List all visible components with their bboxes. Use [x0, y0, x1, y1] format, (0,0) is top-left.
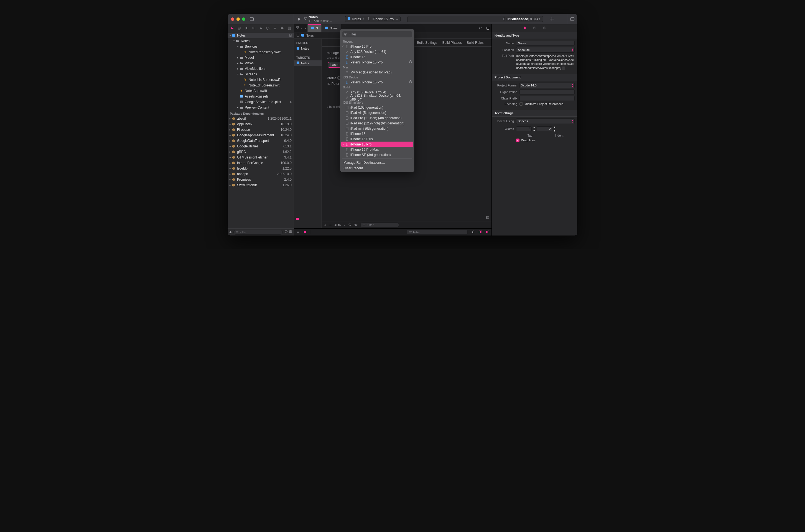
disclosure-icon[interactable]: ▸	[229, 173, 231, 175]
destination-option[interactable]: ✓ iPhone 15 Pro	[340, 44, 414, 49]
remove-target-button[interactable]: −	[329, 223, 332, 227]
tree-item[interactable]: NotesApp.swift	[228, 88, 294, 94]
run-button[interactable]	[296, 16, 302, 22]
stepper-icon[interactable]: ▴▾	[533, 125, 535, 132]
wrap-checkbox[interactable]: ✓	[516, 138, 520, 142]
tree-item[interactable]: GoogleService-Info .plistA	[228, 99, 294, 105]
disclosure-icon[interactable]: ▾	[237, 45, 239, 48]
tree-item[interactable]: NotesRepository.swift	[228, 49, 294, 55]
manage-destinations[interactable]: Manage Run Destinations…	[340, 160, 414, 166]
tab-build-settings[interactable]: Build Settings	[417, 41, 437, 44]
eye-icon[interactable]	[354, 223, 358, 227]
library-button[interactable]	[549, 16, 555, 22]
tree-item[interactable]: ▸ Views	[228, 60, 294, 66]
destination-option[interactable]: iPhone 15	[340, 131, 414, 136]
dependency-item[interactable]: ▸ leveldb 1.22.5	[228, 166, 294, 171]
disclosure-icon[interactable]: ▸	[229, 156, 231, 159]
sidebar-target-item[interactable]: Notes	[294, 60, 321, 66]
disclosure-icon[interactable]: ▸	[229, 145, 231, 148]
disclosure-icon[interactable]: ▸	[229, 167, 231, 170]
dependency-item[interactable]: ▸ abseil 1.2024011601.1	[228, 116, 294, 121]
editor-options-icon[interactable]	[484, 24, 491, 32]
encoding-checkbox[interactable]	[520, 102, 523, 106]
popup-filter[interactable]: Filter	[342, 31, 412, 37]
destination-option[interactable]: iPad Pro (12.9-inch) (6th generation)	[340, 120, 414, 126]
disclosure-icon[interactable]: ▸	[229, 139, 231, 142]
dependency-item[interactable]: ▸ gRPC 1.62.2	[228, 149, 294, 155]
minimap-icon[interactable]	[296, 34, 300, 37]
dependency-item[interactable]: ▸ Firebase 10.24.0	[228, 127, 294, 132]
tag-icon[interactable]	[348, 223, 352, 227]
editor-tab-2[interactable]: Notes	[321, 24, 341, 32]
tree-item[interactable]: ▸ Model	[228, 55, 294, 60]
breakpoint-toggle-icon[interactable]	[303, 230, 307, 234]
disclosure-icon[interactable]: ▾	[232, 40, 235, 42]
destination-option[interactable]: iPad Pro (11-inch) (4th generation)	[340, 115, 414, 120]
disclosure-icon[interactable]: ▸	[229, 128, 231, 131]
debug-nav-icon[interactable]	[273, 26, 277, 31]
test-nav-icon[interactable]	[265, 26, 270, 31]
project-nav-icon[interactable]	[230, 26, 234, 31]
console-view-icon[interactable]	[486, 230, 489, 234]
tree-item[interactable]: Assets.xcassets	[228, 94, 294, 99]
destination-option[interactable]: iPad Air (5th generation)	[340, 110, 414, 115]
disclosure-icon[interactable]: ▸	[237, 67, 239, 70]
trash-icon[interactable]	[471, 230, 475, 234]
dependency-item[interactable]: ▸ GoogleDataTransport 9.4.0	[228, 138, 294, 144]
editor-tab-active[interactable]: N	[308, 24, 321, 32]
reveal-path-button[interactable]: →	[562, 66, 565, 70]
dependency-item[interactable]: ▸ SwiftProtobuf 1.26.0	[228, 182, 294, 188]
destination-option[interactable]: My Mac (Designed for iPad)	[340, 70, 414, 75]
disclosure-icon[interactable]: ▸	[229, 117, 231, 120]
stepper-icon[interactable]: ▴▾	[554, 125, 556, 132]
destination-option[interactable]: iPhone 15 Plus	[340, 136, 414, 141]
scheme-selector[interactable]: Notes 〉 iPhone 15 Pro ⌄	[345, 16, 400, 22]
dependency-item[interactable]: ▸ AppCheck 10.19.0	[228, 121, 294, 127]
clock-icon[interactable]	[284, 230, 288, 234]
forward-icon[interactable]: ›	[305, 26, 306, 30]
add-button[interactable]: +	[229, 230, 232, 234]
destination-option[interactable]: iPhone 15	[340, 54, 414, 60]
destination-option[interactable]: Peter's iPhone 15 Pro	[340, 60, 414, 65]
tree-item[interactable]: ▾ Notes	[228, 38, 294, 44]
dependency-item[interactable]: ▸ InteropForGoogle 100.0.0	[228, 160, 294, 166]
indent-width[interactable]: 2	[537, 126, 552, 131]
minimize-window[interactable]	[237, 17, 240, 21]
disclosure-icon[interactable]: ▸	[229, 123, 231, 126]
dependency-item[interactable]: ▸ GoogleUtilities 7.13.1	[228, 144, 294, 149]
format-select[interactable]: Xcode 14.0▴▾	[520, 82, 575, 88]
tab-width[interactable]: 2	[516, 126, 532, 131]
name-field[interactable]	[516, 41, 575, 46]
sidebar-project-item[interactable]: Notes	[294, 46, 321, 51]
bookmark-nav-icon[interactable]	[244, 26, 249, 31]
variables-view-icon[interactable]	[479, 230, 482, 234]
source-control-nav-icon[interactable]	[237, 26, 241, 31]
help-inspector-icon[interactable]	[543, 26, 546, 30]
find-nav-icon[interactable]	[251, 26, 256, 31]
back-icon[interactable]: ‹	[301, 26, 302, 30]
destination-option[interactable]: Any iOS Simulator Device (arm64, x86_64)	[340, 95, 414, 100]
destination-option[interactable]: Any iOS Device (arm64)	[340, 49, 414, 54]
disclosure-icon[interactable]: ▸	[229, 184, 231, 187]
indent-select[interactable]: Spaces▴▾	[516, 118, 575, 124]
auto-label[interactable]: Auto	[335, 223, 341, 227]
breakpoint-nav-icon[interactable]	[280, 26, 284, 31]
console-filter[interactable]: Filter	[407, 230, 468, 235]
tree-item[interactable]: ▸ ViewModifiers	[228, 66, 294, 72]
destination-option[interactable]: ✓ iPhone 15 Pro	[341, 141, 413, 147]
dependency-item[interactable]: ▸ GoogleAppMeasurement 10.24.0	[228, 132, 294, 138]
history-inspector-icon[interactable]	[533, 26, 537, 30]
tree-item[interactable]: ▾ Services	[228, 44, 294, 49]
clear-recent[interactable]: Clear Recent	[340, 166, 414, 171]
disclosure-icon[interactable]: ▸	[229, 162, 231, 164]
toggle-navigator-icon[interactable]	[249, 16, 255, 22]
project-tree[interactable]: ▾ Notes M ▾ Notes ▾ Services NotesReposi…	[228, 32, 294, 228]
destination-option[interactable]: iPhone SE (3rd generation)	[340, 152, 414, 157]
dependency-item[interactable]: ▸ nanopb 2.30910.0	[228, 171, 294, 177]
issue-nav-icon[interactable]	[259, 26, 263, 31]
tree-item[interactable]: ▾ Screens	[228, 72, 294, 77]
close-window[interactable]	[231, 17, 234, 21]
zoom-window[interactable]	[242, 17, 245, 21]
disclosure-icon[interactable]: ▸	[229, 150, 231, 153]
project-filter[interactable]: Filter	[360, 223, 399, 227]
